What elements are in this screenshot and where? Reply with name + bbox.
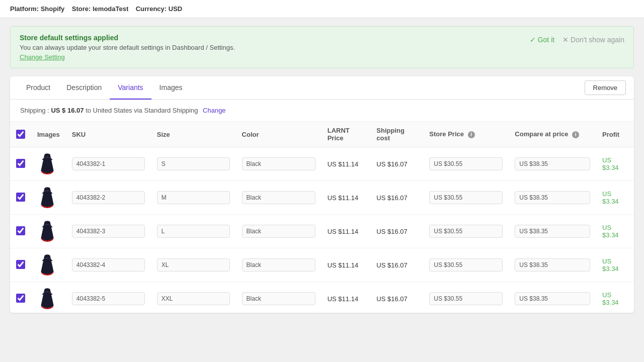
size-input[interactable] xyxy=(157,157,230,170)
size-input[interactable] xyxy=(157,225,230,238)
shipping-change-link[interactable]: Change xyxy=(203,107,226,114)
color-input[interactable] xyxy=(242,225,315,238)
shipping-cost-value: US $16.07 xyxy=(376,194,407,202)
header-profit: Profit xyxy=(596,122,634,147)
sku-input[interactable] xyxy=(72,292,145,305)
notice-description: You can always update your store default… xyxy=(20,44,235,51)
table-row: US $11.14 US $16.07 US $3.34 xyxy=(10,147,634,181)
row-checkbox-cell[interactable] xyxy=(10,147,31,181)
row-store-price-cell[interactable] xyxy=(423,215,509,248)
row-checkbox-cell[interactable] xyxy=(10,248,31,282)
row-compare-price-cell[interactable] xyxy=(509,181,596,215)
row-checkbox[interactable] xyxy=(16,193,25,202)
sku-input[interactable] xyxy=(72,157,145,170)
color-input[interactable] xyxy=(242,157,315,170)
row-sku-cell xyxy=(66,215,151,248)
row-sku-cell xyxy=(66,282,151,313)
profit-value: US $3.34 xyxy=(602,224,619,239)
sku-input[interactable] xyxy=(72,258,145,272)
header-select-all[interactable] xyxy=(10,122,31,147)
row-larnt-price-cell: US $11.14 xyxy=(321,147,371,181)
product-thumbnail xyxy=(37,287,57,310)
larnt-price-value: US $11.14 xyxy=(328,261,358,269)
product-card: Product Description Variants Images Remo… xyxy=(10,76,634,313)
row-size-cell xyxy=(151,215,236,248)
row-checkbox[interactable] xyxy=(16,226,25,235)
size-input[interactable] xyxy=(157,258,230,272)
product-thumbnail xyxy=(37,253,57,277)
tab-variants[interactable]: Variants xyxy=(110,76,151,100)
size-input[interactable] xyxy=(157,292,230,305)
notice-banner: Store default settings applied You can a… xyxy=(10,26,634,68)
row-checkbox[interactable] xyxy=(16,294,25,303)
shipping-amount: US $ 16.07 xyxy=(51,107,84,114)
row-checkbox[interactable] xyxy=(16,260,25,269)
store-price-input[interactable] xyxy=(429,191,503,204)
table-header-row: Images SKU Size Color LARNT Price xyxy=(10,122,634,147)
row-shipping-cost-cell: US $16.07 xyxy=(370,215,423,248)
product-thumbnail xyxy=(37,220,57,243)
color-input[interactable] xyxy=(242,191,315,204)
row-sku-cell xyxy=(66,181,151,215)
compare-price-input[interactable] xyxy=(515,157,590,170)
row-size-cell xyxy=(151,181,236,215)
compare-price-input[interactable] xyxy=(515,225,590,238)
platform-value: Shopify xyxy=(41,5,65,13)
row-color-cell xyxy=(236,282,321,313)
row-compare-price-cell[interactable] xyxy=(509,215,596,248)
compare-price-input[interactable] xyxy=(515,292,590,305)
product-thumbnail xyxy=(37,186,57,209)
row-shipping-cost-cell: US $16.07 xyxy=(370,282,423,313)
dont-show-button[interactable]: ✕ Don't show again xyxy=(562,36,624,44)
row-checkbox-cell[interactable] xyxy=(10,181,31,215)
color-input[interactable] xyxy=(242,292,315,305)
header-compare-price: Compare at price i xyxy=(509,122,596,147)
larnt-price-value: US $11.14 xyxy=(328,194,358,202)
row-color-cell xyxy=(236,215,321,248)
compare-price-input[interactable] xyxy=(515,191,590,204)
table-row: US $11.14 US $16.07 US $3.34 xyxy=(10,248,634,282)
profit-value: US $3.34 xyxy=(602,291,619,306)
row-image-cell xyxy=(31,181,66,215)
tabs-bar: Product Description Variants Images Remo… xyxy=(10,76,634,100)
row-store-price-cell[interactable] xyxy=(423,248,509,282)
notice-change-link[interactable]: Change Setting xyxy=(20,53,65,61)
tab-description[interactable]: Description xyxy=(58,76,110,100)
row-checkbox-cell[interactable] xyxy=(10,282,31,313)
compare-price-info-icon[interactable]: i xyxy=(572,131,579,138)
store-price-input[interactable] xyxy=(429,157,503,170)
got-it-button[interactable]: ✓ Got it xyxy=(530,36,554,44)
compare-price-input[interactable] xyxy=(515,258,590,272)
product-thumbnail xyxy=(37,152,57,175)
row-store-price-cell[interactable] xyxy=(423,282,509,313)
row-shipping-cost-cell: US $16.07 xyxy=(370,181,423,215)
row-color-cell xyxy=(236,248,321,282)
row-checkbox-cell[interactable] xyxy=(10,215,31,248)
row-image-cell xyxy=(31,282,66,313)
row-compare-price-cell[interactable] xyxy=(509,248,596,282)
row-image-cell xyxy=(31,215,66,248)
sku-input[interactable] xyxy=(72,225,145,238)
size-input[interactable] xyxy=(157,191,230,204)
tab-product[interactable]: Product xyxy=(18,76,58,100)
store-price-info-icon[interactable]: i xyxy=(468,131,475,138)
tab-images[interactable]: Images xyxy=(151,76,191,100)
row-compare-price-cell[interactable] xyxy=(509,147,596,181)
row-checkbox[interactable] xyxy=(16,159,25,168)
row-profit-cell: US $3.34 xyxy=(596,248,634,282)
row-store-price-cell[interactable] xyxy=(423,147,509,181)
row-store-price-cell[interactable] xyxy=(423,181,509,215)
header-color: Color xyxy=(236,122,321,147)
select-all-checkbox[interactable] xyxy=(16,130,25,139)
row-shipping-cost-cell: US $16.07 xyxy=(370,248,423,282)
store-price-input[interactable] xyxy=(429,225,503,238)
store-price-input[interactable] xyxy=(429,258,503,272)
sku-input[interactable] xyxy=(72,191,145,204)
remove-button[interactable]: Remove xyxy=(585,80,626,95)
row-larnt-price-cell: US $11.14 xyxy=(321,181,371,215)
row-compare-price-cell[interactable] xyxy=(509,282,596,313)
profit-value: US $3.34 xyxy=(602,257,619,273)
color-input[interactable] xyxy=(242,258,315,272)
row-image-cell xyxy=(31,248,66,282)
store-price-input[interactable] xyxy=(429,292,503,305)
